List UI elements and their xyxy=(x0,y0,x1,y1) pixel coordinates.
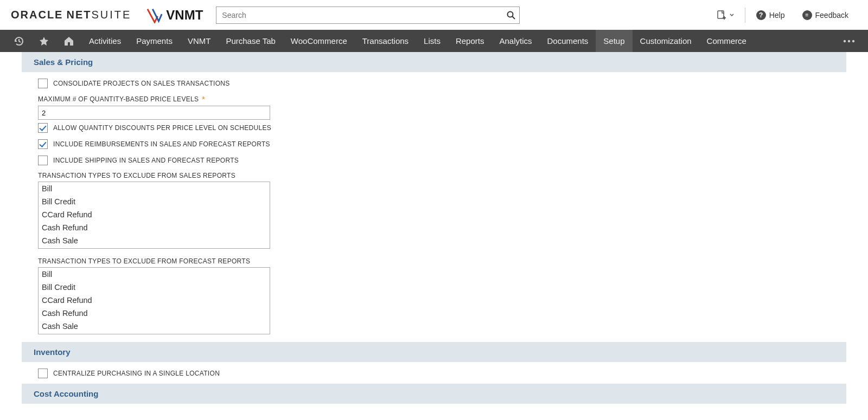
chevron-down-icon xyxy=(730,13,734,17)
centralize-purchasing-checkbox[interactable] xyxy=(38,369,48,378)
logo-net-text: NET xyxy=(66,9,91,21)
nav-item-transactions[interactable]: Transactions xyxy=(355,30,416,52)
nav-item-customization[interactable]: Customization xyxy=(633,30,699,52)
svg-point-6 xyxy=(848,40,850,42)
centralize-purchasing-row: CENTRALIZE PURCHASING IN A SINGLE LOCATI… xyxy=(38,365,846,382)
nav-item-purchase-tab[interactable]: Purchase Tab xyxy=(218,30,283,52)
svg-point-0 xyxy=(508,11,513,17)
centralize-purchasing-label: CENTRALIZE PURCHASING IN A SINGLE LOCATI… xyxy=(53,370,220,377)
topbar-right: ? Help ≡ Feedback xyxy=(708,4,857,26)
section-sales-pricing-header[interactable]: Sales & Pricing xyxy=(22,52,846,72)
nav-more-button[interactable] xyxy=(837,30,861,52)
consolidate-projects-checkbox[interactable] xyxy=(38,79,48,88)
include-shipping-label: INCLUDE SHIPPING IN SALES AND FORECAST R… xyxy=(53,157,239,164)
required-star-icon: * xyxy=(202,95,205,104)
topbar: ORACLE NETSUITE VNMT xyxy=(0,0,868,30)
consolidate-projects-label: CONSOLIDATE PROJECTS ON SALES TRANSACTIO… xyxy=(53,80,230,87)
max-price-levels-input[interactable] xyxy=(38,106,270,120)
list-item[interactable]: Cash Refund xyxy=(39,221,270,234)
include-reimbursements-row: INCLUDE REIMBURSEMENTS IN SALES AND FORE… xyxy=(38,136,846,152)
nav-item-commerce[interactable]: Commerce xyxy=(699,30,754,52)
list-item[interactable]: Bill Credit xyxy=(39,195,270,208)
vnmt-logo: VNMT xyxy=(146,7,203,23)
feedback-label: Feedback xyxy=(815,11,848,20)
create-new-button[interactable] xyxy=(708,4,743,26)
search-button[interactable] xyxy=(502,7,520,24)
list-item[interactable]: Cash Sale xyxy=(39,234,270,247)
document-plus-icon xyxy=(717,10,726,20)
logo-oracle-text: ORACLE xyxy=(11,9,63,21)
nav-item-activities[interactable]: Activities xyxy=(81,30,129,52)
search-icon xyxy=(507,11,515,20)
allow-qty-discounts-label: ALLOW QUANTITY DISCOUNTS PER PRICE LEVEL… xyxy=(53,124,271,132)
nav-item-setup[interactable]: Setup xyxy=(596,30,632,52)
help-label: Help xyxy=(769,11,785,20)
include-reimbursements-checkbox[interactable] xyxy=(38,139,48,149)
nav-item-vnmt[interactable]: VNMT xyxy=(180,30,219,52)
navbar: ActivitiesPaymentsVNMTPurchase TabWooCom… xyxy=(0,30,868,52)
allow-qty-discounts-row: ALLOW QUANTITY DISCOUNTS PER PRICE LEVEL… xyxy=(38,120,846,136)
nav-item-reports[interactable]: Reports xyxy=(448,30,492,52)
sales-pricing-fields: CONSOLIDATE PROJECTS ON SALES TRANSACTIO… xyxy=(22,72,846,334)
nav-item-payments[interactable]: Payments xyxy=(129,30,180,52)
consolidate-projects-row: CONSOLIDATE PROJECTS ON SALES TRANSACTIO… xyxy=(38,75,846,92)
recent-records-button[interactable] xyxy=(7,30,31,52)
nav-item-lists[interactable]: Lists xyxy=(416,30,448,52)
list-item[interactable]: CCard Refund xyxy=(39,208,270,221)
list-item[interactable]: Bill xyxy=(39,182,270,195)
include-reimbursements-label: INCLUDE REIMBURSEMENTS IN SALES AND FORE… xyxy=(53,140,270,148)
list-item[interactable]: Check xyxy=(39,333,270,334)
feedback-icon: ≡ xyxy=(802,10,812,20)
feedback-button[interactable]: ≡ Feedback xyxy=(794,4,857,26)
list-item[interactable]: Bill xyxy=(39,268,270,281)
help-button[interactable]: ? Help xyxy=(748,4,794,26)
content-area[interactable]: Sales & Pricing CONSOLIDATE PROJECTS ON … xyxy=(0,52,868,420)
svg-rect-2 xyxy=(718,11,724,18)
vnmt-logo-icon xyxy=(146,7,163,23)
max-price-levels-label-text: MAXIMUM # OF QUANTITY-BASED PRICE LEVELS xyxy=(38,95,199,103)
global-search xyxy=(216,7,520,24)
svg-point-7 xyxy=(852,40,854,42)
include-shipping-row: INCLUDE SHIPPING IN SALES AND FORECAST R… xyxy=(38,152,846,169)
list-item[interactable]: Cash Refund xyxy=(39,307,270,320)
star-icon xyxy=(39,36,49,47)
section-cost-accounting-header[interactable]: Cost Accounting xyxy=(22,384,846,404)
include-shipping-checkbox[interactable] xyxy=(38,156,48,165)
favorites-button[interactable] xyxy=(31,30,56,52)
divider xyxy=(745,8,745,23)
clock-back-icon xyxy=(14,36,24,47)
home-icon xyxy=(63,36,75,47)
svg-line-1 xyxy=(513,16,515,19)
list-item[interactable]: CCard Refund xyxy=(39,294,270,307)
oracle-netsuite-logo: ORACLE NETSUITE xyxy=(11,9,131,21)
inventory-fields: CENTRALIZE PURCHASING IN A SINGLE LOCATI… xyxy=(22,362,846,382)
exclude-sales-listbox[interactable]: BillBill CreditCCard RefundCash RefundCa… xyxy=(38,182,270,249)
help-icon: ? xyxy=(756,10,766,20)
nav-item-woocommerce[interactable]: WooCommerce xyxy=(283,30,355,52)
search-input[interactable] xyxy=(216,7,520,24)
vnmt-logo-text: VNMT xyxy=(166,8,203,23)
list-item[interactable]: Cash Sale xyxy=(39,320,270,333)
nav-item-documents[interactable]: Documents xyxy=(539,30,596,52)
max-price-levels-label: MAXIMUM # OF QUANTITY-BASED PRICE LEVELS… xyxy=(38,92,846,106)
section-inventory-header[interactable]: Inventory xyxy=(22,342,846,362)
list-item[interactable]: Check xyxy=(39,247,270,249)
home-button[interactable] xyxy=(56,30,81,52)
ellipsis-icon xyxy=(843,40,855,43)
logo-suite-text: SUITE xyxy=(91,9,131,21)
exclude-forecast-label: TRANSACTION TYPES TO EXCLUDE FROM FORECA… xyxy=(38,254,846,267)
exclude-forecast-listbox[interactable]: BillBill CreditCCard RefundCash RefundCa… xyxy=(38,267,270,334)
allow-qty-discounts-checkbox[interactable] xyxy=(38,123,48,133)
svg-point-5 xyxy=(844,40,846,42)
nav-item-analytics[interactable]: Analytics xyxy=(492,30,539,52)
exclude-sales-label: TRANSACTION TYPES TO EXCLUDE FROM SALES … xyxy=(38,169,846,182)
list-item[interactable]: Bill Credit xyxy=(39,281,270,294)
